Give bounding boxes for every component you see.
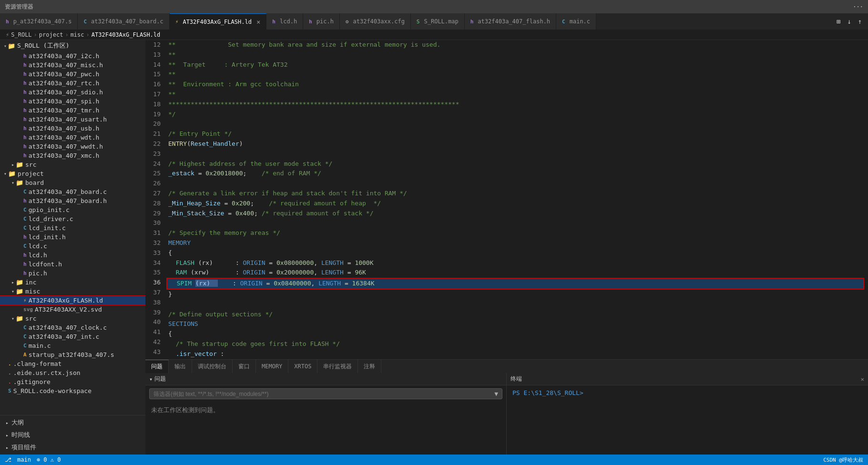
breadcrumb-part-1[interactable]: S_ROLL (11, 31, 31, 38)
code-content[interactable]: ** Set memory bank area and size if exte… (164, 40, 868, 359)
terminal-controls[interactable]: ✕ (861, 376, 864, 383)
tree-item-30[interactable]: ▸C at32f403a_407_clock.c (0, 323, 145, 332)
line-numbers: 1213141516171819202122232425262728293031… (145, 40, 164, 359)
tree-item-36[interactable]: ▸. .gitignore (0, 377, 145, 386)
panel-tab-输出[interactable]: 输出 (169, 360, 192, 373)
code-line-38 (168, 300, 864, 310)
code-line-22: ENTRY(Reset_Handler) (168, 139, 864, 149)
main-layout: ▾ 📁 S_ROLL (工作区) ▸h at32f403a_407_i2c.h … (0, 40, 868, 455)
problems-collapse-icon[interactable]: ▾ (149, 376, 153, 383)
title-label: 资源管理器 (5, 3, 33, 11)
panel-tab-MEMORY[interactable]: MEMORY (256, 360, 288, 373)
tab-tab-pic-h[interactable]: hpic.h (303, 13, 340, 30)
code-line-42: /* The startup code goes first into FLAS… (168, 339, 864, 349)
tree-item-3[interactable]: ▸h at32f403a_407_rtc.h (0, 79, 145, 88)
terminal-content[interactable]: PS E:\S1_28\S_ROLL> (507, 385, 868, 455)
tree-item-1[interactable]: ▸h at32f403a_407_misc.h (0, 61, 145, 70)
problems-filter[interactable]: ▼ (149, 388, 502, 399)
tree-item-27[interactable]: ▸⚡ AT32F403AxG_FLASH.ld (0, 296, 145, 305)
tab-tab-map[interactable]: SS_ROLL.map (411, 13, 465, 30)
tree-item-15[interactable]: ▸C at32f403a_407_board.c (0, 187, 145, 196)
sidebar-outline[interactable]: ▸ 大纲 (0, 416, 145, 429)
panel-tab-注释[interactable]: 注释 (358, 360, 381, 373)
breadcrumb-part-4[interactable]: AT32F403AxG_FLASH.ld (92, 31, 161, 38)
tree-item-14[interactable]: ▾📁 board (0, 178, 145, 187)
code-line-33: { (168, 248, 864, 258)
tree-item-23[interactable]: ▸h lcdfont.h (0, 260, 145, 269)
tree-item-21[interactable]: ▸C lcd.c (0, 242, 145, 251)
problems-panel: ▾ 问题 ▼ 未在工作区检测到问题。 (145, 373, 507, 455)
code-line-12: ** Set memory bank area and size if exte… (168, 40, 864, 50)
problems-panel-header: ▾ 问题 (145, 373, 506, 385)
minimize-icon[interactable]: ··· (853, 3, 863, 10)
tree-item-12[interactable]: ▸📁 src (0, 160, 145, 169)
tree-item-0[interactable]: ▸h at32f403a_407_i2c.h (0, 51, 145, 61)
workspace-label: S_ROLL (工作区) (17, 41, 69, 50)
tree-item-17[interactable]: ▸C gpio_init.c (0, 205, 145, 214)
code-view[interactable]: 1213141516171819202122232425262728293031… (145, 40, 868, 359)
code-line-29: _Min_Stack_Size = 0x400; /* required amo… (168, 209, 864, 219)
code-line-27: /* Generate a link error if heap and sta… (168, 189, 864, 199)
panel-tab-问题[interactable]: 问题 (145, 360, 169, 373)
sidebar-bottom-sections: ▸ 大纲 ▸ 时间线 ▸ 项目组件 (0, 415, 145, 455)
breadcrumb-part-2[interactable]: project (39, 31, 63, 38)
code-line-30 (168, 218, 864, 228)
problems-empty-message: 未在工作区检测到问题。 (145, 402, 506, 418)
split-editor-icon[interactable]: ⊞ (834, 17, 843, 26)
tree-item-20[interactable]: ▸h lcd_init.h (0, 232, 145, 242)
tree-item-13[interactable]: ▾📁 project (0, 169, 145, 178)
panel-tab-串行监视器[interactable]: 串行监视器 (317, 360, 358, 373)
tab-tab-main-c[interactable]: Cmain.c (556, 13, 596, 30)
sidebar-timeline[interactable]: ▸ 时间线 (0, 429, 145, 441)
tree-item-6[interactable]: ▸h at32f403a_407_tmr.h (0, 106, 145, 115)
status-branch[interactable]: main (17, 456, 31, 463)
scroll-left-icon[interactable]: ↓ (845, 17, 853, 26)
workspace-root[interactable]: ▾ 📁 S_ROLL (工作区) (0, 40, 145, 51)
panel-tab-窗口[interactable]: 窗口 (233, 360, 256, 373)
tree-item-29[interactable]: ▾📁 src (0, 314, 145, 323)
tree-item-33[interactable]: ▸A startup_at32f403a_407.s (0, 350, 145, 359)
tab-tab-cfg[interactable]: ⚙at32f403axx.cfg (340, 13, 411, 30)
code-line-31: /* Specify the memory areas */ (168, 228, 864, 238)
problems-filter-input[interactable] (153, 391, 492, 397)
panel-tab-XRTOS[interactable]: XRTOS (288, 360, 317, 373)
tab-tab-board-c[interactable]: Cat32f403a_407_board.c (78, 13, 169, 30)
tab-tab-lcd-h[interactable]: hlcd.h (266, 13, 303, 30)
scroll-right-icon[interactable]: ↑ (856, 17, 864, 26)
tree-item-37[interactable]: ▸S S_ROLL.code-workspace (0, 386, 145, 395)
tree-item-5[interactable]: ▸h at32f403a_407_spi.h (0, 97, 145, 106)
status-errors[interactable]: ⊗ 0 ⚠ 0 (37, 456, 61, 463)
tree-item-19[interactable]: ▸C lcd_init.c (0, 223, 145, 232)
code-line-18: ****************************************… (168, 100, 864, 110)
code-line-14: ** Target : Artery Tek AT32 (168, 60, 864, 70)
tree-item-26[interactable]: ▾📁 misc (0, 287, 145, 296)
tree-item-7[interactable]: ▸h at32f403a_407_usart.h (0, 115, 145, 124)
tree-item-9[interactable]: ▸h at32f403a_407_wdt.h (0, 133, 145, 142)
tab-tab-flash-h[interactable]: hat32f403a_407_flash.h (465, 13, 556, 30)
code-line-43: .isr_vector : (168, 349, 864, 359)
breadcrumb-part-3[interactable]: misc (71, 31, 84, 38)
tree-item-31[interactable]: ▸C at32f403a_407_int.c (0, 332, 145, 341)
tree-item-8[interactable]: ▸h at32f403a_407_usb.h (0, 124, 145, 133)
tree-item-2[interactable]: ▸h at32f403a_407_pwc.h (0, 70, 145, 79)
panel-tab-调试控制台[interactable]: 调试控制台 (192, 360, 233, 373)
tree-item-34[interactable]: ▸. .clang-format (0, 359, 145, 368)
tab-tab-flash-ld[interactable]: ⚡AT32F403AxG_FLASH.ld× (170, 13, 267, 30)
tree-item-4[interactable]: ▸h at32f403a_407_sdio.h (0, 88, 145, 97)
tab-bar-actions: ⊞ ↓ ↑ (834, 13, 868, 30)
filter-icon: ▼ (494, 390, 498, 397)
tree-item-32[interactable]: ▸C main.c (0, 341, 145, 350)
tree-item-35[interactable]: ▸. .eide.usr.ctx.json (0, 368, 145, 377)
tree-item-16[interactable]: ▸h at32f403a_407_board.h (0, 196, 145, 205)
tree-item-18[interactable]: ▸C lcd_driver.c (0, 214, 145, 223)
tab-tab-at32f403a-407-s[interactable]: hp_at32f403a_407.s (0, 13, 78, 30)
tree-item-28[interactable]: ▸svg AT32F403AXX_V2.svd (0, 305, 145, 314)
tree-item-24[interactable]: ▸h pic.h (0, 269, 145, 278)
tree-item-22[interactable]: ▸h lcd.h (0, 251, 145, 260)
terminal-header: 终端 ✕ (507, 373, 868, 385)
tree-item-25[interactable]: ▸📁 inc (0, 278, 145, 287)
tree-item-10[interactable]: ▸h at32f403a_407_wwdt.h (0, 142, 145, 151)
terminal-prompt: PS E:\S1_28\S_ROLL> (512, 389, 583, 396)
sidebar-project-components[interactable]: ▸ 项目组件 (0, 441, 145, 454)
tree-item-11[interactable]: ▸h at32f403a_407_xmc.h (0, 151, 145, 160)
